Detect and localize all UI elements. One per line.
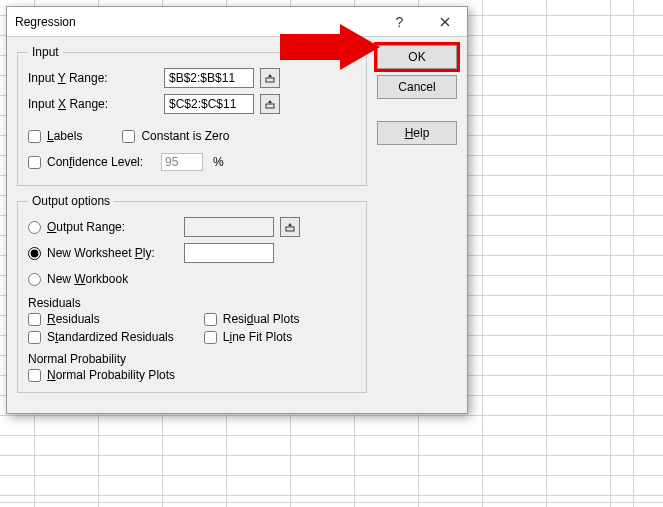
residual-plots-checkbox[interactable]: Residual Plots <box>204 312 300 326</box>
svg-rect-3 <box>266 104 274 108</box>
new-worksheet-name-field[interactable] <box>184 243 274 263</box>
range-picker-x-button[interactable] <box>260 94 280 114</box>
input-legend: Input <box>28 45 63 59</box>
residuals-checkbox[interactable]: Residuals <box>28 312 174 326</box>
line-fit-plots-checkbox[interactable]: Line Fit Plots <box>204 330 300 344</box>
input-y-range[interactable] <box>164 68 254 88</box>
svg-rect-4 <box>286 227 294 231</box>
output-range-radio[interactable]: Output Range: <box>28 220 178 234</box>
input-group: Input Input Y Range: Input X Range: <box>17 45 367 186</box>
ok-button[interactable]: OK <box>377 45 457 69</box>
help-button[interactable]: Help <box>377 121 457 145</box>
normal-probability-heading: Normal Probability <box>28 352 356 366</box>
range-picker-output-button[interactable] <box>280 217 300 237</box>
close-icon[interactable] <box>422 7 467 37</box>
residuals-heading: Residuals <box>28 296 356 310</box>
standardized-residuals-checkbox[interactable]: Standardized Residuals <box>28 330 174 344</box>
dialog-title: Regression <box>15 15 377 29</box>
input-x-label: Input X Range: <box>28 97 158 111</box>
new-workbook-radio[interactable]: New Workbook <box>28 272 128 286</box>
confidence-level-checkbox[interactable]: Confidence Level: <box>28 155 143 169</box>
range-picker-y-button[interactable] <box>260 68 280 88</box>
output-group: Output options Output Range: New Workshe… <box>17 194 367 393</box>
output-legend: Output options <box>28 194 114 208</box>
cancel-button[interactable]: Cancel <box>377 75 457 99</box>
new-worksheet-radio[interactable]: New Worksheet Ply: <box>28 246 178 260</box>
confidence-level-field[interactable] <box>161 153 203 171</box>
svg-rect-2 <box>266 78 274 82</box>
input-y-label: Input Y Range: <box>28 71 158 85</box>
input-x-range[interactable] <box>164 94 254 114</box>
normal-probability-plots-checkbox[interactable]: Normal Probability Plots <box>28 368 356 382</box>
constant-zero-checkbox[interactable]: Constant is Zero <box>122 129 229 143</box>
regression-dialog: Regression ? Input Input Y Range: <box>6 6 468 414</box>
percent-label: % <box>213 155 224 169</box>
help-icon[interactable]: ? <box>377 7 422 37</box>
output-range-field[interactable] <box>184 217 274 237</box>
titlebar: Regression ? <box>7 7 467 37</box>
labels-checkbox[interactable]: Labels <box>28 129 82 143</box>
